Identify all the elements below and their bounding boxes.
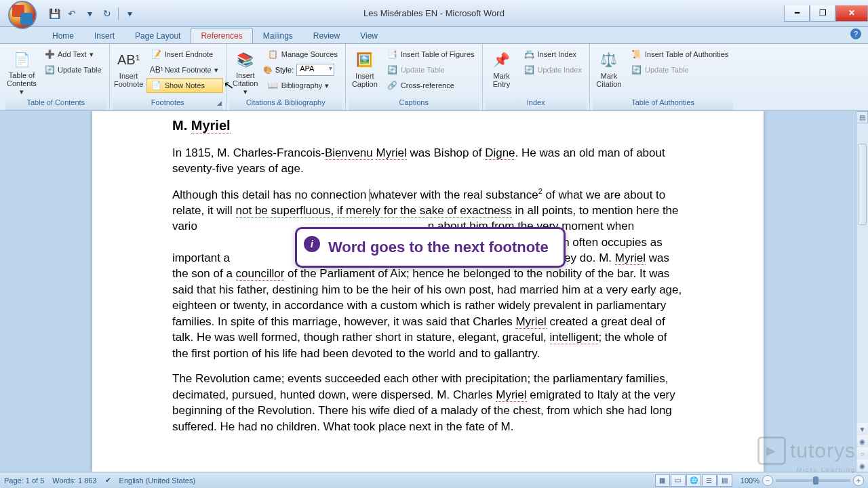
- insert-caption-label: Insert Caption: [349, 72, 380, 88]
- overlay-text: Word goes to the next footnote: [328, 239, 549, 256]
- caption-icon: 🖼️: [354, 49, 376, 70]
- citation-icon: 📚: [235, 49, 256, 70]
- tab-references[interactable]: References: [191, 28, 252, 43]
- titlebar: 💾 ↶ ▾ ↻ ▾ Les Misérables EN - Microsoft …: [0, 0, 868, 27]
- view-web-icon[interactable]: 🌐: [686, 474, 701, 487]
- document-background: M. M. MyrielMyriel In 1815, M. Charles-F…: [0, 111, 856, 472]
- insert-index-button[interactable]: 📇Insert Index: [519, 47, 587, 62]
- zoom-in-button[interactable]: +: [853, 475, 864, 486]
- next-page-icon[interactable]: ◉: [856, 460, 868, 472]
- zoom-value[interactable]: 100%: [741, 476, 760, 485]
- view-buttons: ▦ ▭ 🌐 ☰ ▤: [655, 474, 732, 487]
- endnote-icon: 📝: [151, 49, 162, 60]
- status-language[interactable]: English (United States): [119, 476, 196, 485]
- scroll-thumb[interactable]: [858, 144, 867, 225]
- insert-citation-button[interactable]: 📚 Insert Citation ▾: [229, 45, 262, 97]
- group-captions: 🖼️ Insert Caption 📑Insert Table of Figur…: [346, 44, 483, 110]
- view-outline-icon[interactable]: ☰: [702, 474, 717, 487]
- bibliography-button[interactable]: 📖Bibliography ▾: [263, 78, 342, 93]
- toc-icon: 📄: [11, 49, 33, 70]
- view-draft-icon[interactable]: ▤: [717, 474, 732, 487]
- insert-citation-label: Insert Citation: [230, 71, 261, 87]
- qat-customize-icon[interactable]: ▾: [123, 7, 136, 20]
- tab-insert[interactable]: Insert: [84, 28, 125, 43]
- insert-toa-button[interactable]: 📜Insert Table of Authorities: [627, 47, 733, 62]
- tof-icon: 📑: [387, 49, 398, 60]
- group-footnotes: AB¹ Insert Footnote 📝Insert Endnote AB¹N…: [110, 44, 226, 110]
- group-label-citations: Citations & Bibliography: [229, 98, 342, 110]
- update-toc-icon: 🔄: [44, 64, 55, 75]
- heading: M. M. MyrielMyriel: [172, 117, 684, 136]
- manage-sources-icon: 📋: [268, 49, 279, 60]
- tab-view[interactable]: View: [350, 28, 388, 43]
- update-toa-icon: 🔄: [631, 64, 642, 75]
- ruler-toggle-icon[interactable]: ▤: [856, 111, 868, 123]
- footnotes-launcher-icon[interactable]: ◢: [217, 100, 222, 106]
- next-footnote-button[interactable]: AB¹Next Footnote ▾: [146, 62, 223, 77]
- tab-home[interactable]: Home: [42, 28, 84, 43]
- mark-entry-label: Mark Entry: [486, 72, 517, 88]
- update-index-button[interactable]: 🔄Update Index: [519, 62, 587, 77]
- vertical-scrollbar[interactable]: ▲ ▼ ◉ ○ ◉: [856, 111, 868, 472]
- show-notes-icon: 📄: [151, 80, 162, 91]
- redo-icon[interactable]: ↻: [100, 7, 114, 20]
- insert-footnote-button[interactable]: AB¹ Insert Footnote: [113, 45, 145, 97]
- tab-mailings[interactable]: Mailings: [253, 28, 303, 43]
- scroll-track[interactable]: [856, 123, 868, 423]
- mark-citation-button[interactable]: ⚖️ Mark Citation: [593, 45, 625, 97]
- insert-caption-button[interactable]: 🖼️ Insert Caption: [349, 45, 381, 97]
- zoom-controls: 100% − +: [741, 475, 864, 486]
- tab-review[interactable]: Review: [303, 28, 350, 43]
- status-page[interactable]: Page: 1 of 5: [4, 476, 44, 485]
- insert-tof-button[interactable]: 📑Insert Table of Figures: [382, 47, 479, 62]
- update-index-icon: 🔄: [524, 64, 535, 75]
- qat-separator: [118, 7, 119, 20]
- window-title: Les Misérables EN - Microsoft Word: [363, 8, 505, 18]
- show-notes-button[interactable]: 📄Show Notes: [146, 78, 223, 93]
- toc-label: Table of Contents: [6, 71, 37, 87]
- view-print-layout-icon[interactable]: ▦: [655, 474, 670, 487]
- group-label-footnotes: Footnotes◢: [113, 98, 223, 110]
- browse-object-icon[interactable]: ○: [856, 447, 868, 460]
- prev-page-icon[interactable]: ◉: [856, 435, 868, 447]
- save-icon[interactable]: 💾: [47, 7, 61, 20]
- update-captions-icon: 🔄: [387, 64, 398, 75]
- help-icon[interactable]: ?: [850, 28, 861, 39]
- style-combo[interactable]: APA: [296, 64, 334, 76]
- close-button[interactable]: ✕: [835, 5, 868, 22]
- add-text-button[interactable]: ➕Add Text ▾: [39, 47, 106, 62]
- tutorial-overlay: i Word goes to the next footnote: [295, 227, 566, 268]
- cross-reference-button[interactable]: 🔗Cross-reference: [382, 78, 479, 93]
- group-toc: 📄 Table of Contents ▾ ➕Add Text ▾ 🔄Updat…: [3, 44, 110, 110]
- proofing-icon[interactable]: ✔︎: [105, 476, 111, 485]
- status-words[interactable]: Words: 1 863: [52, 476, 96, 485]
- info-icon: i: [304, 236, 320, 252]
- document-area: M. M. MyrielMyriel In 1815, M. Charles-F…: [0, 111, 868, 472]
- zoom-slider[interactable]: [776, 479, 850, 482]
- insert-endnote-button[interactable]: 📝Insert Endnote: [146, 47, 223, 62]
- undo-icon[interactable]: ↶: [65, 7, 79, 20]
- document-page[interactable]: M. M. MyrielMyriel In 1815, M. Charles-F…: [92, 111, 764, 472]
- manage-sources-button[interactable]: 📋Manage Sources: [263, 47, 342, 62]
- mark-entry-button[interactable]: 📌 Mark Entry: [486, 45, 518, 97]
- group-citations: 📚 Insert Citation ▾ 📋Manage Sources 🎨 St…: [226, 44, 346, 110]
- paragraph-3: The Revolution came; events succeeded ea…: [172, 371, 684, 434]
- paragraph-1: In 1815, M. Charles-Francois-Bienvenu My…: [172, 145, 684, 177]
- ribbon-tabs: Home Insert Page Layout References Maili…: [0, 27, 868, 43]
- minimize-button[interactable]: ━: [784, 5, 810, 22]
- footnote-icon: AB¹: [118, 49, 140, 70]
- update-toc-button[interactable]: 🔄Update Table: [39, 62, 106, 77]
- tab-page-layout[interactable]: Page Layout: [125, 28, 191, 43]
- insert-footnote-label: Insert Footnote: [113, 72, 144, 88]
- view-full-screen-icon[interactable]: ▭: [671, 474, 686, 487]
- maximize-button[interactable]: ❐: [810, 5, 835, 22]
- update-captions-button[interactable]: 🔄Update Table: [382, 62, 479, 77]
- office-button[interactable]: [8, 1, 37, 29]
- scroll-down-icon[interactable]: ▼: [856, 423, 868, 435]
- quick-access-toolbar: 💾 ↶ ▾ ↻ ▾: [47, 7, 136, 20]
- table-of-contents-button[interactable]: 📄 Table of Contents ▾: [5, 45, 38, 97]
- update-toa-button[interactable]: 🔄Update Table: [627, 62, 733, 77]
- undo-dropdown-icon[interactable]: ▾: [83, 7, 96, 20]
- zoom-out-button[interactable]: −: [762, 475, 773, 486]
- mark-entry-icon: 📌: [491, 49, 513, 70]
